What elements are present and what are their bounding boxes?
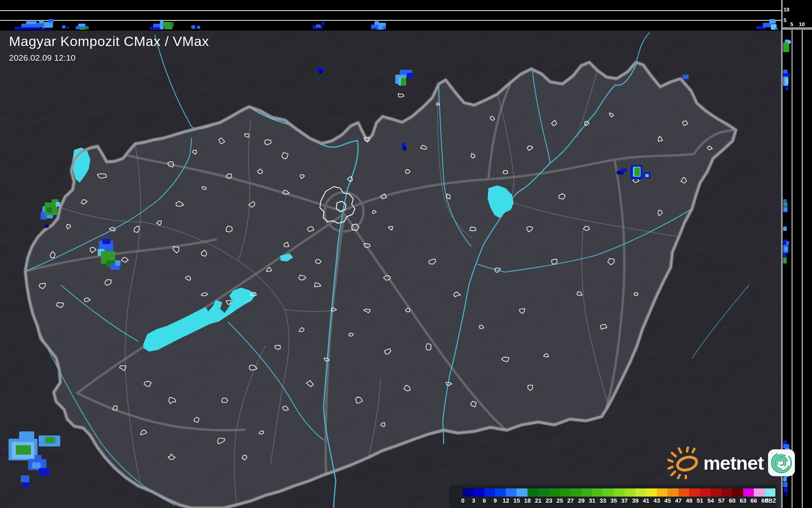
radar-echo-cell	[26, 21, 37, 24]
dbz-unit-label: dBZ	[765, 497, 776, 504]
radar-echo-cell	[784, 488, 788, 492]
dbz-color-block	[571, 488, 581, 497]
radar-echo-cell	[783, 257, 787, 264]
radar-echoes-right-profile	[781, 0, 812, 508]
radar-echo-cell	[48, 19, 54, 23]
radar-echo-cell	[16, 445, 31, 455]
dbz-color-block	[560, 488, 570, 497]
dbz-color-block	[484, 488, 495, 497]
radar-echo-cell	[783, 70, 788, 74]
dbz-color-block	[657, 488, 668, 497]
dbz-color-block	[538, 488, 549, 497]
dbz-color-block	[678, 488, 689, 497]
dbz-tick-label: 63	[740, 497, 746, 504]
radar-echoes-top-profile	[0, 0, 781, 31]
dbz-tick-label: 15	[513, 497, 520, 504]
dbz-tick-label: 43	[654, 497, 660, 504]
dbz-color-block	[463, 488, 473, 497]
radar-echo-cell	[785, 493, 788, 496]
dbz-tick-label: 3	[472, 497, 475, 504]
dbz-color-block	[614, 488, 624, 497]
radar-echo-cell	[785, 87, 788, 90]
dbz-color-block	[624, 488, 635, 497]
dbz-color-block	[495, 488, 506, 497]
radar-echo-cell	[45, 224, 49, 228]
radar-echo-cell	[788, 40, 791, 44]
radar-echo-cell	[775, 28, 778, 30]
radar-echo-cell	[80, 28, 85, 30]
dbz-color-block	[646, 488, 657, 497]
dbz-color-block	[668, 488, 678, 497]
dbz-tick-label: 47	[675, 497, 682, 504]
dbz-color-block	[754, 488, 764, 497]
radar-echo-cell	[316, 24, 321, 27]
dbz-tick-label: 60	[729, 497, 735, 504]
radar-echo-cell	[21, 475, 29, 482]
radar-echo-cell	[635, 167, 640, 176]
radar-map	[0, 0, 781, 508]
radar-echo-cell	[786, 241, 789, 244]
radar-echo-cell	[645, 174, 649, 177]
radar-echo-cell	[783, 42, 789, 52]
dbz-tick-label: 21	[535, 497, 541, 504]
radar-echo-cell	[170, 22, 174, 26]
radar-echo-cell	[32, 462, 41, 468]
timestamp: 2026.02.09 12:10	[9, 53, 209, 63]
radar-echo-cell	[783, 440, 787, 444]
radar-echo-cell	[372, 28, 377, 30]
radar-echo-cell	[383, 26, 386, 29]
radar-echo-cell	[39, 468, 50, 476]
radar-echo-cell	[16, 29, 53, 30]
dbz-tick-label: 31	[589, 497, 595, 504]
dbz-tick-label: 66	[751, 497, 757, 504]
dbz-tick-label: 49	[686, 497, 692, 504]
dbz-tick-label: 25	[556, 497, 563, 504]
dbz-color-block	[473, 488, 484, 497]
right-profile-panel: 10 5 5 10	[781, 0, 812, 508]
radar-echo-cell	[683, 75, 689, 79]
radar-echo-cell	[319, 70, 322, 73]
dbz-color-block	[711, 488, 721, 497]
radar-echo-cell	[783, 73, 790, 77]
radar-echo-cell	[783, 199, 787, 202]
dbz-tick-label: 29	[578, 497, 584, 504]
header: Magyar Kompozit CMax / VMax 2026.02.09 1…	[9, 33, 209, 63]
radar-echo-cell	[769, 19, 776, 24]
radar-echo-cell	[66, 26, 69, 29]
radar-echo-cell	[78, 24, 85, 26]
radar-app-frame: Magyar Kompozit CMax / VMax 2026.02.09 1…	[0, 0, 812, 508]
dbz-tick-label: 12	[503, 497, 509, 504]
radar-echo-cell	[44, 22, 53, 28]
top-profile-panel	[0, 0, 781, 31]
dbz-tick-label: 51	[697, 497, 703, 504]
dbz-color-block	[722, 488, 732, 497]
radar-echo-cell	[785, 78, 788, 84]
radar-echo-cell	[783, 202, 788, 205]
metnet-app-icon	[768, 449, 795, 477]
dbz-tick-label: 18	[524, 497, 531, 504]
radar-echo-cell	[783, 482, 788, 487]
radar-echo-cell	[115, 260, 120, 266]
dbz-color-block	[689, 488, 700, 497]
dbz-color-block	[603, 488, 613, 497]
radar-echo-cell	[45, 437, 55, 443]
radar-echo-cell	[39, 20, 44, 23]
radar-echo-cell	[85, 27, 89, 29]
dbz-scale-panel: 0369121518212325272931333537394143454749…	[449, 485, 777, 508]
dbz-tick-label: 39	[632, 497, 639, 504]
radar-echo-cell	[322, 22, 324, 25]
radar-echo-cell	[56, 202, 60, 207]
radar-echo-cell	[783, 227, 787, 231]
dbz-tick-label: 35	[611, 497, 617, 504]
radar-echo-cell	[23, 483, 29, 488]
dbz-scale-labels: 0369121518212325272931333537394143454749…	[449, 497, 777, 506]
logo-text: metnet	[703, 452, 764, 474]
dbz-color-block	[581, 488, 592, 497]
dbz-color-block	[592, 488, 603, 497]
dbz-tick-label: 27	[567, 497, 574, 504]
dbz-tick-label: 54	[707, 497, 714, 504]
dbz-tick-label: 6	[483, 497, 486, 504]
dbz-color-block	[527, 488, 538, 497]
radar-echo-cell	[62, 25, 66, 29]
dbz-color-block	[732, 488, 743, 497]
